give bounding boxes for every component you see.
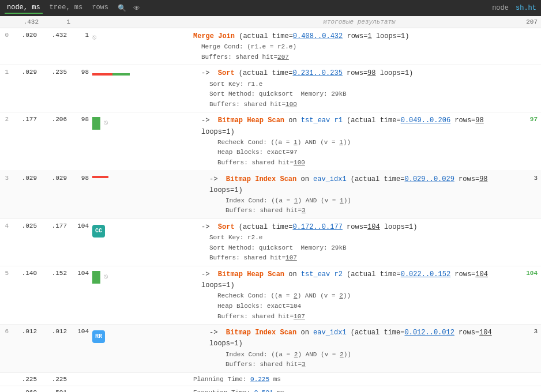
node-time: 0.012..0.012 (404, 329, 454, 337)
row-number: 2 (0, 115, 10, 123)
node-detail: Recheck Cond: ((a = 1) AND (v = 1)) (201, 138, 519, 148)
node-text: (actual time= (239, 32, 293, 40)
node-index: eav_idx1 (313, 175, 347, 183)
execution-content: Execution Time: 0.501 ms (193, 389, 541, 392)
node-detail: Sort Key: r2.e (201, 233, 519, 243)
node-time: 0.231..0.235 (292, 69, 342, 77)
node-rows: 104 (367, 223, 380, 231)
row-right (519, 31, 541, 32)
row-content: -> Bitmap Index Scan on eav_idx1 (actual… (193, 327, 519, 370)
node-detail: Recheck Cond: ((a = 2) AND (v = 2)) (201, 291, 519, 301)
node-detail: Sort Method: quicksort Memory: 29kB (201, 89, 519, 100)
execution-spacer (0, 389, 10, 392)
node-loops: loops=1) (209, 186, 243, 194)
col-title-header: итоговые результаты (201, 18, 518, 25)
sh-link[interactable]: sh.ht (516, 4, 536, 12)
row-content: -> Bitmap Index Scan on eav_idx1 (actual… (193, 174, 519, 217)
node-keyword: Bitmap Index Scan (226, 329, 296, 337)
node-text2: rows= (343, 223, 367, 231)
node-text3: rows= (454, 329, 479, 337)
bar-line2 (92, 73, 190, 76)
share-icon[interactable]: ⎋ (92, 33, 97, 42)
row-bar: ⎋ (92, 115, 193, 130)
col-ms1-header: .432 (10, 18, 42, 25)
row-right (519, 221, 541, 223)
node-time: 0.049..0.206 (401, 116, 450, 125)
buffers-value: 3 (302, 207, 306, 214)
row-ms2: .432 (40, 31, 70, 39)
table-row: 6 .012 .012 104 RR -> Bitmap Index Scan … (0, 325, 541, 373)
node-text: (actual time= (235, 69, 293, 77)
planning-rows (70, 376, 92, 383)
execution-time: 0.501 (254, 389, 273, 392)
node-line: -> Bitmap Index Scan on eav_idx1 (actual… (193, 174, 519, 196)
node-text2: (actual time= (347, 329, 405, 337)
row-bar: ⎋ (92, 269, 193, 284)
node-detail: Index Cond: ((a = 1) AND (v = 1)) (201, 196, 519, 206)
planning-row: .225 .225 Planning Time: 0.225 ms (0, 373, 541, 386)
row-number: 3 (0, 174, 10, 182)
row-right: 3 (519, 174, 541, 182)
node-detail: Buffers: shared hit=107 (201, 253, 519, 263)
node-detail: Buffers: shared hit=207 (201, 52, 519, 63)
node-loops: loops=1) (376, 69, 414, 77)
row-number: 5 (0, 269, 10, 277)
buffers-value: 3 (302, 361, 306, 368)
node-detail: Sort Key: r1.e (201, 80, 519, 90)
node-line: -> Bitmap Heap Scan on tst_eav r2 (actua… (193, 269, 519, 291)
node-keyword: Sort (218, 69, 235, 77)
search-icon[interactable]: 🔍 (118, 4, 126, 13)
node-text: (actual time= (235, 223, 293, 231)
node-table: tst_eav r1 (301, 116, 343, 125)
node-index: eav_idx1 (313, 329, 347, 337)
node-detail: Buffers: shared hit=3 (201, 360, 519, 370)
row-bar (92, 174, 193, 178)
node-rows: 1 (367, 32, 371, 40)
table-row: 2 .177 .206 98 ⎋ -> Bitmap Heap Scan on … (0, 112, 541, 171)
row-rows: 98 (70, 174, 92, 182)
node-detail: Buffers: shared hit=107 (201, 312, 519, 322)
bar-container (92, 70, 190, 76)
bar-green-block (92, 117, 100, 130)
row-ms1: .140 (10, 269, 40, 277)
tab-tree-ms[interactable]: tree, ms (47, 2, 85, 14)
row-right (519, 67, 541, 69)
bar-red (92, 73, 112, 76)
node-keyword: Sort (218, 223, 235, 231)
row-number: 6 (0, 327, 10, 335)
node-detail: Buffers: shared hit=100 (201, 158, 519, 168)
table-row: 0 .020 .432 1 ⎋ Merge Join (actual time=… (0, 28, 541, 65)
row-bar: ⎋ (92, 31, 193, 42)
row-number: 1 (0, 67, 10, 76)
share-icon[interactable]: ⎋ (104, 118, 108, 127)
node-keyword: Bitmap Heap Scan (218, 270, 284, 278)
bar-line (92, 176, 190, 178)
node-rows: 98 (479, 175, 487, 183)
table-row: 4 .025 .177 104 CC -> Sort (actual time=… (0, 219, 541, 266)
row-number: 4 (0, 221, 10, 229)
buffers-value: 100 (285, 101, 297, 108)
row-rows: 98 (70, 115, 92, 123)
execution-bar (92, 389, 193, 392)
eye-icon[interactable]: 👁 (133, 4, 140, 13)
node-detail: Buffers: shared hit=3 (201, 206, 519, 216)
row-content: -> Bitmap Heap Scan on tst_eav r1 (actua… (193, 115, 519, 168)
node-text: on (284, 270, 301, 278)
bar-red (92, 176, 108, 178)
node-detail: Merge Cond: (r1.e = r2.e) (201, 42, 519, 52)
row-ms2: .235 (40, 67, 70, 76)
row-ms1: .177 (10, 115, 40, 123)
share-icon[interactable]: ⎋ (104, 272, 108, 281)
buffers-value: 107 (285, 254, 297, 261)
tab-rows[interactable]: rows (89, 2, 111, 14)
node-detail: Heap Blocks: exact=97 (201, 148, 519, 158)
row-content: -> Sort (actual time=0.172..0.177 rows=1… (193, 221, 519, 263)
bar-green-block (92, 271, 100, 284)
row-rows: 98 (70, 67, 92, 76)
bar-container (92, 176, 190, 178)
execution-ms1: .069 (10, 389, 40, 392)
row-ms2: .029 (40, 174, 70, 182)
row-content: -> Sort (actual time=0.231..0.235 rows=9… (193, 67, 519, 110)
row-bar: RR (92, 327, 193, 343)
tab-node-ms[interactable]: node, ms (5, 2, 43, 14)
